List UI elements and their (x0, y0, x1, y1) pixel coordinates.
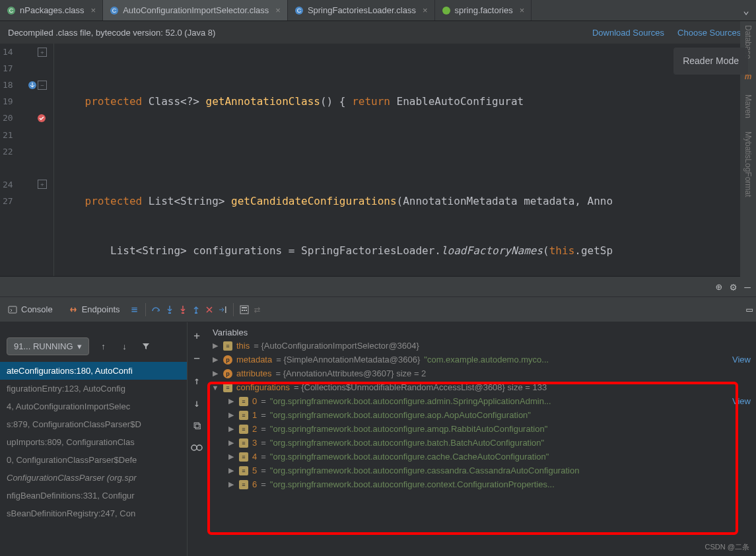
collapse-icon[interactable]: ▼ (211, 384, 219, 392)
glasses-icon[interactable] (190, 441, 203, 454)
var-string: "com.example.autodemo.myco... (424, 355, 549, 365)
vars-toolbar: + − ↑ ↓ ⧉ (188, 322, 206, 556)
var-name: metadata (236, 355, 272, 365)
code-area[interactable]: Reader Mode protected Class<?> getAnnota… (54, 44, 756, 276)
svg-rect-17 (244, 310, 245, 311)
frame-row[interactable]: ConfigurationClassParser (org.spr (0, 469, 187, 487)
breakpoint-icon[interactable] (36, 113, 47, 123)
add-watch-icon[interactable]: + (190, 329, 203, 342)
frame-row[interactable]: upImports:809, ConfigurationClas (0, 433, 187, 451)
threads-icon[interactable]: ≡ (128, 303, 141, 316)
expand-icon[interactable]: ▶ (227, 438, 235, 447)
frame-row[interactable]: figurationEntry:123, AutoConfig (0, 380, 187, 398)
up-icon[interactable]: ↑ (190, 374, 203, 387)
expand-icon[interactable]: ▶ (227, 397, 235, 405)
tabs-dropdown-icon[interactable]: ⌄ (736, 4, 756, 17)
run-to-cursor-icon[interactable] (216, 303, 229, 316)
view-link[interactable]: View (732, 355, 751, 365)
frame-row[interactable]: nfigBeanDefinitions:331, Configur (0, 487, 187, 504)
step-into-icon[interactable] (163, 303, 176, 316)
svg-rect-15 (242, 307, 247, 308)
close-icon[interactable]: × (275, 5, 281, 15)
download-sources-link[interactable]: Download Sources (592, 28, 664, 38)
frames-list[interactable]: ateConfigurations:180, AutoConfi figurat… (0, 362, 187, 556)
line-num: 18 (0, 80, 27, 90)
expand-icon[interactable]: ▶ (227, 480, 235, 489)
frame-row[interactable]: sBeanDefinitionRegistry:247, Con (0, 504, 187, 522)
variables-title: Variables (209, 326, 753, 339)
object-icon: ≡ (223, 341, 232, 351)
fold-icon[interactable]: + (38, 180, 47, 189)
filter-icon[interactable] (139, 339, 153, 353)
object-icon: ≡ (223, 383, 232, 392)
minimize-icon[interactable]: — (744, 281, 751, 293)
close-icon[interactable]: × (423, 5, 428, 15)
svg-text:C: C (9, 7, 14, 14)
svg-text:C: C (112, 7, 117, 14)
remove-watch-icon[interactable]: − (190, 351, 203, 365)
frame-row[interactable]: 0, ConfigurationClassParser$Defe (0, 451, 187, 469)
copy-icon[interactable]: ⧉ (190, 419, 203, 432)
editor-tabs: C nPackages.class × C AutoConfigurationI… (0, 0, 756, 21)
close-icon[interactable]: × (91, 5, 96, 15)
code-editor: 14+ 17 18− 19 20 21 22 24+ 27 Reader Mod… (0, 44, 756, 276)
step-out-icon[interactable] (189, 303, 203, 316)
frame-row[interactable]: ateConfigurations:180, AutoConfi (0, 362, 187, 380)
thread-label: 91... RUNNING (14, 341, 73, 351)
frame-row[interactable]: s:879, ConfigurationClassParser$D (0, 415, 187, 433)
trace-icon[interactable]: ⇄ (251, 303, 264, 316)
gear-icon[interactable]: ⚙ (730, 281, 737, 293)
line-num: 22 (0, 147, 47, 156)
debug-toolbar: Console Endpoints ≡ ⇄ ▭ (0, 297, 756, 322)
expand-icon[interactable]: ▶ (227, 425, 235, 433)
override-icon[interactable] (27, 80, 38, 90)
evaluate-icon[interactable] (238, 303, 251, 316)
down-icon[interactable]: ↓ (190, 396, 203, 409)
tab-label: AutoConfigurationImportSelector.class (123, 5, 269, 15)
frame-next-icon[interactable]: ↓ (118, 339, 131, 353)
object-icon: ≡ (239, 452, 248, 462)
fold-icon[interactable]: + (38, 48, 47, 57)
fold-icon[interactable]: − (38, 81, 47, 90)
svg-rect-10 (168, 312, 171, 314)
step-over-icon[interactable] (150, 303, 163, 316)
svg-rect-16 (242, 310, 243, 311)
close-icon[interactable]: × (520, 5, 525, 15)
gutter: 14+ 17 18− 19 20 21 22 24+ 27 (0, 44, 54, 276)
expand-icon[interactable]: ▶ (227, 411, 235, 419)
choose-sources-link[interactable]: Choose Sources... (677, 28, 748, 38)
target-icon[interactable]: ⊕ (716, 281, 722, 293)
variables-panel: + − ↑ ↓ ⧉ Variables ▶≡this = {AutoConfig… (188, 322, 756, 556)
svg-point-19 (191, 445, 197, 450)
tab-factories-file[interactable]: spring.factories × (435, 0, 532, 20)
line-num: 24 (0, 180, 38, 190)
debug-window-actions: ⊕ ⚙ — (0, 276, 756, 297)
force-step-into-icon[interactable] (176, 303, 189, 316)
svg-rect-13 (225, 306, 226, 313)
drop-frame-icon[interactable] (203, 303, 216, 316)
thread-selector[interactable]: 91... RUNNING ▾ (7, 337, 89, 355)
object-icon: ≡ (239, 438, 248, 448)
tab-springfactories[interactable]: C SpringFactoriesLoader.class × (288, 0, 435, 20)
object-icon: ≡ (239, 480, 248, 489)
var-value: = {SimpleAnnotationMetadata@3606} (276, 355, 420, 365)
expand-icon[interactable]: ▶ (227, 466, 235, 475)
view-link[interactable]: View (732, 396, 751, 406)
expand-icon[interactable]: ▶ (211, 341, 219, 350)
tab-autoconfig[interactable]: C AutoConfigurationImportSelector.class … (103, 0, 288, 20)
layout-icon[interactable]: ▭ (743, 303, 756, 316)
variables-content[interactable]: Variables ▶≡this = {AutoConfigurationImp… (206, 322, 756, 556)
object-icon: ≡ (239, 397, 248, 406)
expand-icon[interactable]: ▶ (227, 452, 235, 461)
expand-icon[interactable]: ▶ (211, 355, 219, 364)
expand-icon[interactable]: ▶ (211, 369, 219, 378)
frame-row[interactable]: 4, AutoConfigurationImportSelec (0, 398, 187, 415)
param-icon: p (223, 355, 232, 365)
tab-packages[interactable]: C nPackages.class × (0, 0, 103, 20)
frame-prev-icon[interactable]: ↑ (97, 339, 110, 353)
endpoints-tab[interactable]: Endpoints (61, 297, 128, 322)
console-tab[interactable]: Console (0, 297, 61, 322)
reader-mode-button[interactable]: Reader Mode (673, 48, 748, 75)
chevron-down-icon: ▾ (77, 341, 82, 351)
tab-label: SpringFactoriesLoader.class (308, 5, 416, 15)
